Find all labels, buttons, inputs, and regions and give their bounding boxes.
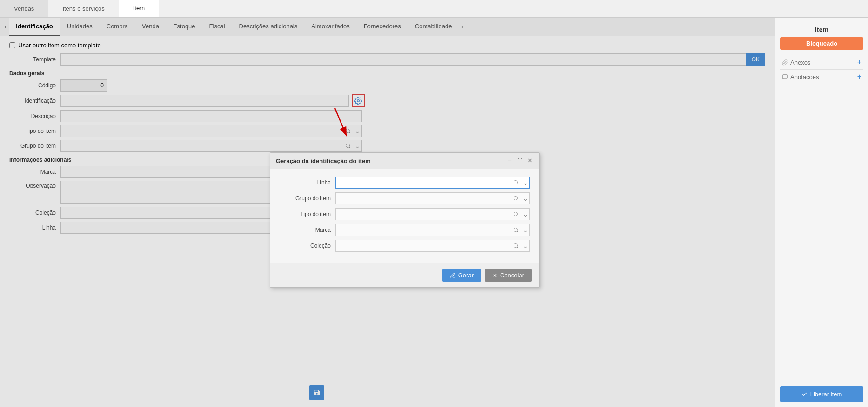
modal-marca-search-icon[interactable] <box>510 224 521 236</box>
modal-tipo-item-row: Tipo do item ⌄ <box>280 208 530 220</box>
modal-minimize-button[interactable]: − <box>506 157 513 165</box>
modal-grupo-item-search: ⌄ <box>335 192 530 204</box>
modal-linha-label: Linha <box>280 179 335 186</box>
modal-colecao-row: Coleção ⌄ <box>280 240 530 252</box>
main-layout: ‹ Identificação Unidades Compra Venda Es… <box>0 18 868 407</box>
modal-body: Linha ⌄ Grupo do item <box>270 169 539 263</box>
svg-line-10 <box>517 199 518 200</box>
anotacoes-action[interactable]: Anotações + <box>780 70 863 84</box>
anexos-add-button[interactable]: + <box>857 58 861 66</box>
modal-colecao-label: Coleção <box>280 243 335 249</box>
tab-itens-servicos[interactable]: Itens e serviços <box>48 0 119 17</box>
modal-grupo-item-dropdown[interactable]: ⌄ <box>521 193 529 204</box>
modal-colecao-dropdown[interactable]: ⌄ <box>521 240 529 251</box>
modal-maximize-button[interactable]: ⛶ <box>516 157 524 165</box>
svg-line-8 <box>517 184 518 184</box>
svg-line-14 <box>517 231 518 232</box>
modal-header: Geração da identificação do item − ⛶ × <box>270 153 539 169</box>
right-sidebar: Item Bloqueado Anexos + Anotações + Libe… <box>775 18 868 407</box>
sidebar-title: Item <box>780 22 863 37</box>
modal-grupo-item-label: Grupo do item <box>280 195 335 202</box>
modal-grupo-item-search-icon[interactable] <box>510 193 521 204</box>
modal-geracao-identificacao: Geração da identificação do item − ⛶ × L… <box>270 152 540 288</box>
comment-icon <box>782 74 788 80</box>
top-tab-bar: Vendas Itens e serviços Item <box>0 0 868 18</box>
modal-controls: − ⛶ × <box>506 157 534 165</box>
modal-close-button[interactable]: × <box>527 157 534 165</box>
anexos-label-group: Anexos <box>782 59 810 66</box>
modal-footer: Gerar Cancelar <box>270 263 539 287</box>
modal-tipo-item-input[interactable] <box>336 209 510 220</box>
svg-point-15 <box>514 244 517 248</box>
svg-point-9 <box>514 197 517 200</box>
modal-colecao-search: ⌄ <box>335 240 530 252</box>
gerar-button[interactable]: Gerar <box>442 269 481 282</box>
cancelar-button[interactable]: Cancelar <box>485 269 532 282</box>
modal-linha-row: Linha ⌄ <box>280 177 530 189</box>
paperclip-icon <box>782 59 788 66</box>
anotacoes-add-button[interactable]: + <box>857 72 861 81</box>
modal-marca-input[interactable] <box>336 224 510 236</box>
svg-line-16 <box>517 247 518 248</box>
modal-marca-row: Marca ⌄ <box>280 224 530 236</box>
modal-linha-dropdown[interactable]: ⌄ <box>521 177 529 188</box>
modal-colecao-search-icon[interactable] <box>510 240 521 251</box>
anotacoes-label: Anotações <box>790 73 819 80</box>
svg-line-12 <box>517 215 518 216</box>
tab-vendas[interactable]: Vendas <box>0 0 48 17</box>
modal-marca-search: ⌄ <box>335 224 530 236</box>
modal-linha-search-icon[interactable] <box>510 177 521 188</box>
modal-tipo-item-label: Tipo do item <box>280 211 335 217</box>
modal-linha-input[interactable] <box>336 177 510 188</box>
modal-grupo-item-input[interactable] <box>336 193 510 204</box>
svg-point-11 <box>514 212 517 216</box>
modal-grupo-item-row: Grupo do item ⌄ <box>280 192 530 204</box>
modal-linha-search: ⌄ <box>335 177 530 189</box>
anotacoes-label-group: Anotações <box>782 73 819 80</box>
status-badge[interactable]: Bloqueado <box>780 37 863 50</box>
check-icon <box>801 391 808 397</box>
center-content: ‹ Identificação Unidades Compra Venda Es… <box>0 18 775 407</box>
modal-tipo-item-dropdown[interactable]: ⌄ <box>521 209 529 220</box>
modal-overlay: Geração da identificação do item − ⛶ × L… <box>0 18 775 407</box>
svg-point-13 <box>514 228 517 232</box>
tab-item[interactable]: Item <box>119 0 159 17</box>
modal-marca-dropdown[interactable]: ⌄ <box>521 224 529 236</box>
modal-tipo-item-search-icon[interactable] <box>510 209 521 220</box>
modal-marca-label: Marca <box>280 227 335 233</box>
modal-colecao-input[interactable] <box>336 240 510 251</box>
anexos-label: Anexos <box>790 59 810 66</box>
svg-point-7 <box>514 181 517 184</box>
liberar-item-button[interactable]: Liberar item <box>780 386 863 402</box>
modal-title: Geração da identificação do item <box>276 158 371 164</box>
anexos-action[interactable]: Anexos + <box>780 55 863 70</box>
modal-tipo-item-search: ⌄ <box>335 208 530 220</box>
